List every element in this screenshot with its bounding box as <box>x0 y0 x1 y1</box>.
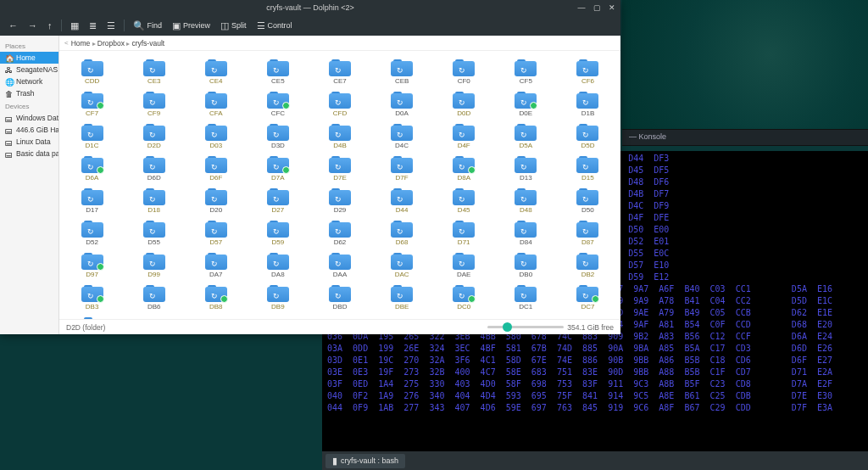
control-button[interactable]: ☰Control <box>253 19 296 33</box>
folder-item[interactable]: ↻D45 <box>433 187 495 219</box>
folder-item[interactable]: ↻D8A <box>433 154 495 187</box>
folder-item[interactable]: ↻DB6 <box>123 283 185 316</box>
folder-item[interactable]: ↻D29 <box>309 187 370 219</box>
folder-item[interactable]: ↻D44 <box>371 187 433 219</box>
breadcrumb-cryfs-vault[interactable]: cryfs-vault <box>131 39 164 48</box>
sidebar-item-linux-data[interactable]: 🖴Linux Data <box>0 136 58 148</box>
sidebar-item-windows-data[interactable]: 🖴Windows Data <box>0 112 58 124</box>
folder-item[interactable]: ↻D84 <box>495 219 557 251</box>
folder-item[interactable]: ↻D7E <box>309 154 370 187</box>
folder-item[interactable]: ↻DBE <box>371 283 433 316</box>
folder-item[interactable]: ↻D4B <box>309 122 370 154</box>
folder-item[interactable]: ↻CF0 <box>433 58 495 90</box>
sidebar-item-446-6-gib-hard-drive[interactable]: 🖴446.6 GiB Hard Drive <box>0 124 58 136</box>
folder-item[interactable]: ↻D13 <box>495 154 557 187</box>
folder-item[interactable]: ↻DB2 <box>557 251 619 283</box>
folder-item[interactable]: ↻DAC <box>371 251 433 283</box>
folder-item[interactable]: ↻D7A <box>247 154 309 187</box>
file-view[interactable]: ↻CDD↻CE3↻CE4↻CE5↻CE7↻CEB↻CF0↻CF5↻CF6↻CF7… <box>59 51 620 319</box>
folder-item[interactable]: ↻CE5 <box>247 58 309 90</box>
preview-button[interactable]: ▣Preview <box>169 19 214 33</box>
folder-item[interactable]: ↻D5A <box>495 122 557 154</box>
folder-item[interactable]: ↻DB3 <box>61 283 123 316</box>
sidebar-item-basic-data-partition[interactable]: 🖴Basic data partition <box>0 148 58 159</box>
folder-item[interactable]: ↻DB8 <box>185 283 247 316</box>
folder-item[interactable]: ↻DA7 <box>185 251 247 283</box>
folder-item[interactable]: ↻CE3 <box>123 58 185 90</box>
folder-item[interactable]: ↻D52 <box>61 219 123 251</box>
minimize-button[interactable]: — <box>576 3 587 12</box>
folder-item[interactable]: ↻D6D <box>123 154 185 187</box>
folder-item[interactable]: ↻D18 <box>123 187 185 219</box>
back-button[interactable]: ← <box>5 19 21 32</box>
folder-item[interactable]: ↻CF6 <box>557 58 619 90</box>
folder-item[interactable]: ↻D59 <box>247 219 309 251</box>
folder-item[interactable]: ↻D50 <box>557 187 619 219</box>
folder-item[interactable]: ↻CE7 <box>309 58 370 90</box>
folder-item[interactable]: ↻D3D <box>247 122 309 154</box>
icons-view-button[interactable]: ▦ <box>67 19 82 33</box>
folder-item[interactable]: ↻DBD <box>309 283 370 316</box>
folder-item[interactable]: ↻DC1 <box>495 283 557 316</box>
breadcrumb-home[interactable]: Home <box>71 39 91 48</box>
folder-item[interactable]: ↻D4F <box>433 122 495 154</box>
folder-item[interactable]: ↻CF5 <box>495 58 557 90</box>
folder-item[interactable]: ↻CFA <box>185 90 247 122</box>
sidebar-item-trash[interactable]: 🗑Trash <box>0 87 58 99</box>
up-button[interactable]: ↑ <box>44 19 56 32</box>
folder-item[interactable]: ↻D99 <box>123 251 185 283</box>
folder-item[interactable]: ↻D1B <box>557 90 619 122</box>
close-button[interactable]: ✕ <box>607 3 617 12</box>
folder-item[interactable]: ↻CDD <box>61 58 123 90</box>
breadcrumb-dropbox[interactable]: Dropbox <box>97 39 125 48</box>
window-titlebar[interactable]: cryfs-vault — Dolphin <2> — ▢ ✕ <box>0 0 620 15</box>
sidebar-item-seagatenas[interactable]: 🖧SeagateNAS <box>0 64 58 76</box>
folder-item[interactable]: ↻D6F <box>185 154 247 187</box>
folder-item[interactable]: ↻CF7 <box>61 90 123 122</box>
breadcrumb-bar[interactable]: < Home ▸ Dropbox ▸ cryfs-vault <box>59 36 620 51</box>
folder-item[interactable]: ↻D03 <box>185 122 247 154</box>
sidebar-item-network[interactable]: 🌐Network <box>0 76 58 87</box>
folder-item[interactable]: ↻D97 <box>61 251 123 283</box>
folder-item[interactable]: ↻D15 <box>557 154 619 187</box>
folder-item[interactable]: ↻CFD <box>309 90 370 122</box>
zoom-thumb[interactable] <box>503 322 512 332</box>
folder-item[interactable]: ↻CE4 <box>185 58 247 90</box>
folder-item[interactable]: ↻D0A <box>371 90 433 122</box>
folder-item[interactable]: ↻DA8 <box>247 251 309 283</box>
folder-item[interactable]: ↻D5D <box>557 122 619 154</box>
folder-item[interactable]: ↻D62 <box>309 219 370 251</box>
folder-item[interactable]: ↻D6A <box>61 154 123 187</box>
folder-item[interactable]: ↻D2D <box>123 122 185 154</box>
folder-item[interactable]: ↻DB0 <box>495 251 557 283</box>
folder-item[interactable]: ↻D20 <box>185 187 247 219</box>
folder-item[interactable]: ↻D87 <box>557 219 619 251</box>
taskbar-entry-terminal[interactable]: ▮ cryfs-vault : bash <box>326 454 405 468</box>
details-view-button[interactable]: ☰ <box>103 19 119 33</box>
folder-item[interactable]: ↻D0E <box>495 90 557 122</box>
folder-item[interactable]: ↻D27 <box>247 187 309 219</box>
folder-item[interactable]: ↻D57 <box>185 219 247 251</box>
forward-button[interactable]: → <box>25 19 41 32</box>
folder-item[interactable]: ↻DB9 <box>247 283 309 316</box>
sidebar-item-home[interactable]: 🏠Home <box>0 52 58 64</box>
split-button[interactable]: ◫Split <box>217 19 250 33</box>
folder-item[interactable]: ↻DAE <box>433 251 495 283</box>
find-button[interactable]: 🔍Find <box>130 19 166 33</box>
folder-item[interactable]: ↻CFC <box>247 90 309 122</box>
folder-item[interactable]: ↻DAA <box>309 251 370 283</box>
folder-item[interactable]: ↻D7F <box>371 154 433 187</box>
compact-view-button[interactable]: ≣ <box>86 19 100 33</box>
folder-item[interactable]: ↻D1C <box>61 122 123 154</box>
folder-item[interactable]: ↻D17 <box>61 187 123 219</box>
folder-item[interactable]: ↻D71 <box>433 219 495 251</box>
folder-item[interactable]: ↻CF9 <box>123 90 185 122</box>
folder-item[interactable]: ↻DC7 <box>557 283 619 316</box>
zoom-slider[interactable] <box>487 326 564 328</box>
maximize-button[interactable]: ▢ <box>592 3 602 12</box>
folder-item[interactable]: ↻D4C <box>371 122 433 154</box>
folder-item[interactable]: ↻D0D <box>433 90 495 122</box>
folder-item[interactable]: ↻D48 <box>495 187 557 219</box>
folder-item[interactable]: ↻DC0 <box>433 283 495 316</box>
folder-item[interactable]: ↻D55 <box>123 219 185 251</box>
